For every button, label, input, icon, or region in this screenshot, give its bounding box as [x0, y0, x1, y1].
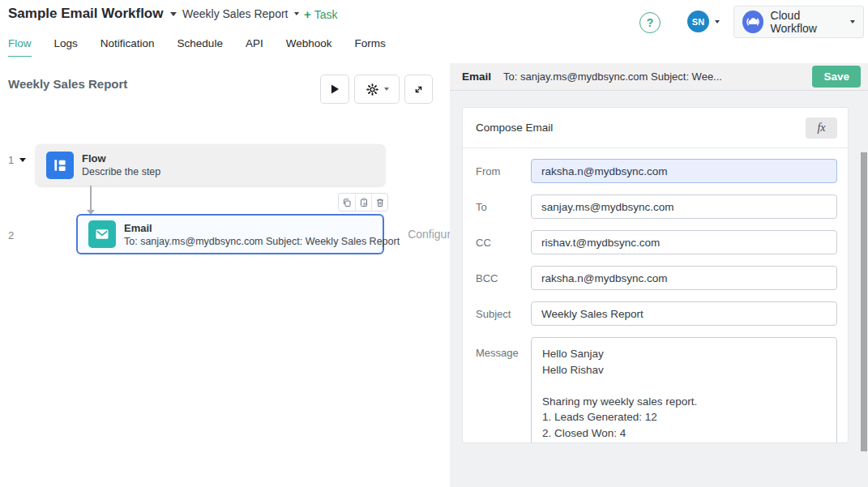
panel-scrollbar[interactable]: [861, 92, 867, 487]
flow-step-icon: [46, 152, 74, 179]
step-config-panel: Email To: sanjay.ms@mydbsync.com Subject…: [450, 63, 868, 487]
subject-field[interactable]: [531, 301, 837, 326]
workflow-title: Sample Email Workflow: [8, 6, 163, 22]
tab-logs[interactable]: Logs: [54, 34, 78, 58]
step-2-number: 2: [8, 229, 14, 241]
fullscreen-button[interactable]: [404, 75, 433, 104]
user-menu[interactable]: SN: [687, 11, 720, 32]
product-switcher[interactable]: Cloud Workflow: [733, 6, 864, 38]
app-window: Sample Email Workflow Weekly Sales Repor…: [0, 0, 868, 487]
chevron-down-icon: [850, 20, 855, 23]
paste-step-button[interactable]: [355, 194, 371, 211]
message-row: Message Hello Sanjay Hello Rishav Sharin…: [476, 337, 837, 443]
panel-step-summary: To: sanjay.ms@mydbsync.com Subject: Wee.…: [503, 70, 722, 83]
flow-connector-arrow: [90, 186, 92, 210]
chevron-down-icon: [170, 12, 177, 16]
bcc-row: BCC: [476, 266, 837, 290]
flow-step-card[interactable]: Flow Describe the step: [36, 144, 385, 186]
canvas-title: Weekly Sales Report: [8, 77, 127, 91]
from-field[interactable]: [531, 159, 837, 183]
step-subtitle: Describe the step: [82, 166, 160, 177]
to-row: To: [476, 194, 837, 219]
tab-webhook[interactable]: Webhook: [286, 34, 332, 58]
delete-step-button[interactable]: [371, 194, 387, 211]
task-name: Weekly Sales Report: [182, 7, 288, 20]
run-flow-button[interactable]: [320, 75, 349, 104]
compose-email-title: Compose Email: [476, 122, 553, 134]
tab-schedule[interactable]: Schedule: [177, 34, 223, 58]
task-name-dropdown[interactable]: Weekly Sales Report: [182, 7, 299, 20]
email-step-card[interactable]: Email To: sanjay.ms@mydbsync.com Subject…: [76, 214, 384, 254]
gear-icon: [366, 83, 379, 96]
from-label: From: [476, 165, 531, 177]
copy-icon: [342, 198, 352, 207]
trash-icon: [375, 198, 385, 207]
panel-scrollbar-thumb[interactable]: [861, 152, 867, 451]
tab-api[interactable]: API: [246, 34, 263, 58]
help-icon[interactable]: ?: [639, 12, 661, 33]
compose-email-card: Compose Email fx From To CC BCC: [462, 107, 849, 443]
step-1-number[interactable]: 1: [8, 154, 26, 166]
chevron-down-icon: [715, 20, 720, 23]
email-step-icon: [88, 220, 116, 248]
to-field[interactable]: [531, 194, 837, 219]
panel-header: Email To: sanjay.ms@mydbsync.com Subject…: [450, 63, 868, 91]
tab-notification[interactable]: Notification: [100, 34, 155, 58]
canvas-toolbar: [320, 75, 433, 104]
plus-icon: +: [304, 7, 311, 21]
cc-row: CC: [476, 230, 837, 254]
compose-email-header: Compose Email fx: [463, 108, 848, 148]
chevron-down-icon: [384, 88, 389, 91]
copy-step-button[interactable]: [339, 194, 355, 211]
step-subtitle: To: sanjay.ms@mydbsync.com Subject: Week…: [124, 236, 400, 247]
step-title: Flow: [82, 152, 160, 164]
avatar: SN: [687, 11, 709, 32]
product-switcher-label: Cloud Workflow: [771, 9, 843, 35]
expand-icon: [413, 83, 425, 96]
message-label: Message: [476, 347, 531, 359]
message-field[interactable]: Hello Sanjay Hello Rishav Sharing my wee…: [531, 337, 837, 443]
collapse-step-icon: [19, 158, 26, 162]
panel-step-type: Email: [462, 70, 491, 83]
tab-forms[interactable]: Forms: [354, 34, 385, 58]
subject-label: Subject: [476, 308, 531, 320]
tabbar: Flow Logs Notification Schedule API Webh…: [8, 34, 386, 58]
to-label: To: [476, 201, 531, 213]
subject-row: Subject: [476, 301, 837, 326]
cloud-workflow-icon: [742, 11, 763, 33]
step-actions: [338, 193, 388, 211]
play-icon: [329, 83, 340, 95]
step-title: Email: [124, 222, 400, 234]
add-task-label: Task: [314, 8, 338, 21]
flow-canvas: Weekly Sales Report: [0, 57, 450, 487]
formula-fx-button[interactable]: fx: [806, 117, 837, 139]
bcc-field[interactable]: [531, 266, 837, 290]
topbar: Sample Email Workflow Weekly Sales Repor…: [0, 0, 868, 34]
from-row: From: [476, 159, 837, 183]
save-button[interactable]: Save: [812, 66, 861, 88]
cc-label: CC: [476, 237, 531, 249]
workflow-title-dropdown[interactable]: Sample Email Workflow: [8, 6, 177, 22]
add-task-button[interactable]: + Task: [304, 7, 338, 21]
flow-settings-button[interactable]: [354, 75, 400, 104]
bcc-label: BCC: [476, 272, 531, 284]
tab-flow[interactable]: Flow: [8, 34, 32, 58]
cc-field[interactable]: [531, 230, 837, 254]
chevron-down-icon: [294, 12, 299, 15]
email-form: From To CC BCC Subject: [463, 148, 848, 443]
paste-icon: [359, 198, 369, 207]
